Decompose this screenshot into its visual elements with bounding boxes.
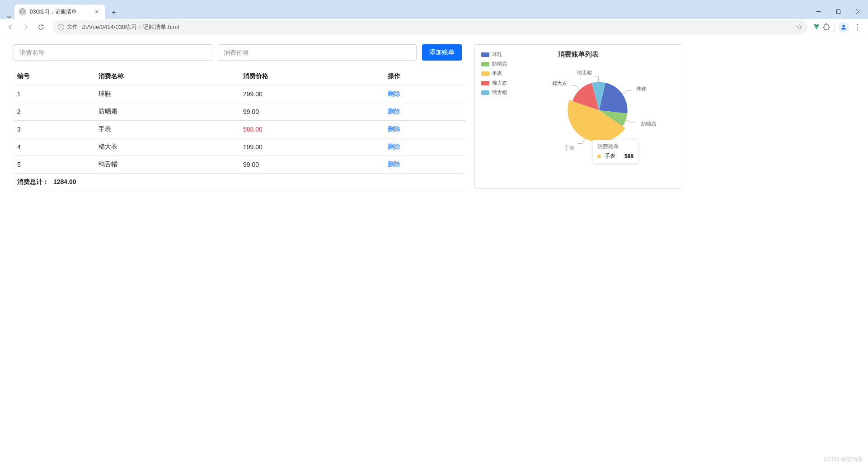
page-content: 添加账单 编号 消费名称 消费价格 操作 1球鞋299.00删除2防晒霜99.0… xyxy=(0,35,868,467)
cell-name: 球鞋 xyxy=(95,85,239,103)
delete-link[interactable]: 删除 xyxy=(388,108,400,115)
col-id: 编号 xyxy=(14,68,95,85)
col-action: 操作 xyxy=(384,68,465,85)
vue-devtools-icon[interactable] xyxy=(812,23,821,31)
table-header-row: 编号 消费名称 消费价格 操作 xyxy=(14,68,465,85)
chart-legend: 球鞋防晒霜手表棉大衣鸭舌帽 xyxy=(481,51,507,96)
address-row: i 文件 D:/Vue/0414/030练习：记账清单.html ☆ ⋮ xyxy=(0,19,868,35)
legend-label: 防晒霜 xyxy=(492,61,507,67)
delete-link[interactable]: 删除 xyxy=(388,125,400,132)
legend-label: 球鞋 xyxy=(492,51,502,58)
pie-slice-label: 防晒霜 xyxy=(641,121,656,127)
legend-swatch-icon xyxy=(481,90,489,95)
cell-price: 99.00 xyxy=(239,156,384,174)
cell-name: 手表 xyxy=(95,121,239,138)
table-row: 3手表588.00删除 xyxy=(14,121,465,138)
site-info-icon[interactable]: i 文件 xyxy=(58,23,78,31)
delete-link[interactable]: 删除 xyxy=(388,143,400,150)
legend-swatch-icon xyxy=(481,81,489,85)
tabs-row: 030练习：记账清单 × + xyxy=(0,4,868,19)
extensions-icon[interactable] xyxy=(822,23,830,31)
browser-menu-icon[interactable]: ⋮ xyxy=(851,23,864,31)
pie-slice-label: 手表 xyxy=(564,145,574,151)
chart-title: 消费账单列表 xyxy=(481,50,676,59)
chart-tooltip: 消费账单 手表 588 xyxy=(592,140,638,163)
table-row: 2防晒霜99.00删除 xyxy=(14,103,465,121)
url-scheme-label: 文件 xyxy=(67,23,78,31)
browser-tab[interactable]: 030练习：记账清单 × xyxy=(14,5,105,19)
cell-price: 99.00 xyxy=(239,103,384,121)
cell-id: 5 xyxy=(14,156,95,174)
tab-title: 030练习：记账清单 xyxy=(30,8,89,16)
pie-slice-label: 棉大衣 xyxy=(552,80,567,87)
col-price: 消费价格 xyxy=(239,68,384,85)
cell-id: 3 xyxy=(14,121,95,138)
window-close-button[interactable] xyxy=(848,4,868,19)
window-minimize-button[interactable] xyxy=(808,4,828,19)
expense-price-input[interactable] xyxy=(218,44,417,61)
cell-id: 1 xyxy=(14,85,95,103)
window-maximize-button[interactable] xyxy=(828,4,848,19)
cell-id: 2 xyxy=(14,103,95,121)
cell-name: 鸭舌帽 xyxy=(95,156,239,174)
cell-price: 588.00 xyxy=(239,121,384,138)
tab-search-dropdown[interactable] xyxy=(4,14,14,19)
add-bill-form: 添加账单 xyxy=(14,44,465,61)
total-label: 消费总计： xyxy=(17,178,49,185)
profile-avatar-icon[interactable] xyxy=(838,22,849,33)
reload-button[interactable] xyxy=(34,20,48,34)
expense-name-input[interactable] xyxy=(14,44,212,61)
table-row: 4棉大衣199.00删除 xyxy=(14,138,465,156)
cell-name: 防晒霜 xyxy=(95,103,239,121)
pie-slice-label: 球鞋 xyxy=(636,85,646,92)
legend-item[interactable]: 球鞋 xyxy=(481,51,507,58)
delete-link[interactable]: 删除 xyxy=(388,90,400,97)
window-titlebar[interactable] xyxy=(0,0,868,4)
cell-price: 299.00 xyxy=(239,85,384,103)
left-column: 添加账单 编号 消费名称 消费价格 操作 1球鞋299.00删除2防晒霜99.0… xyxy=(14,44,465,458)
tooltip-name: 手表 xyxy=(605,152,615,160)
cell-name: 棉大衣 xyxy=(95,138,239,156)
nav-back-button[interactable] xyxy=(4,20,17,34)
browser-chrome: 030练习：记账清单 × + i 文件 D:/Vue/0414/030练习：记账… xyxy=(0,0,868,35)
expenses-table: 编号 消费名称 消费价格 操作 1球鞋299.00删除2防晒霜99.00删除3手… xyxy=(14,68,465,191)
legend-swatch-icon xyxy=(481,62,489,66)
pie-chart[interactable] xyxy=(561,72,638,149)
table-row: 1球鞋299.00删除 xyxy=(14,85,465,103)
cell-price: 199.00 xyxy=(239,138,384,156)
legend-label: 鸭舌帽 xyxy=(492,89,507,96)
bookmark-star-icon[interactable]: ☆ xyxy=(796,23,802,31)
cell-id: 4 xyxy=(14,138,95,156)
legend-label: 手表 xyxy=(492,70,502,77)
chart-panel: 消费账单列表 球鞋防晒霜手表棉大衣鸭舌帽 球鞋防晒霜手表棉大衣鸭舌帽 消费账单 … xyxy=(474,44,682,189)
col-name: 消费名称 xyxy=(95,68,239,85)
separator xyxy=(834,23,835,32)
legend-swatch-icon xyxy=(481,52,489,57)
legend-item[interactable]: 防晒霜 xyxy=(481,61,507,67)
total-row: 消费总计： 1284.00 xyxy=(14,174,465,191)
add-bill-button[interactable]: 添加账单 xyxy=(422,44,462,61)
tooltip-series-title: 消费账单 xyxy=(597,143,633,151)
tooltip-dot-icon xyxy=(597,155,601,158)
watermark: CSDN @郑玮亦 xyxy=(824,456,863,463)
tooltip-value: 588 xyxy=(624,153,633,160)
tab-close-icon[interactable]: × xyxy=(93,8,100,15)
table-row: 5鸭舌帽99.00删除 xyxy=(14,156,465,174)
total-value: 1284.00 xyxy=(53,178,76,185)
window-controls xyxy=(808,4,868,19)
address-bar[interactable]: i 文件 D:/Vue/0414/030练习：记账清单.html ☆ xyxy=(52,20,808,34)
globe-icon xyxy=(19,8,26,15)
svg-rect-1 xyxy=(836,9,840,13)
legend-item[interactable]: 鸭舌帽 xyxy=(481,89,507,96)
legend-swatch-icon xyxy=(481,71,489,76)
pie-slice-label: 鸭舌帽 xyxy=(577,70,592,76)
svg-point-2 xyxy=(842,24,845,27)
legend-label: 棉大衣 xyxy=(492,80,507,86)
url-text: D:/Vue/0414/030练习：记账清单.html xyxy=(81,23,179,31)
legend-item[interactable]: 棉大衣 xyxy=(481,80,507,86)
nav-forward-button[interactable] xyxy=(19,20,33,34)
delete-link[interactable]: 删除 xyxy=(388,160,400,168)
new-tab-button[interactable]: + xyxy=(108,6,120,19)
legend-item[interactable]: 手表 xyxy=(481,70,507,77)
